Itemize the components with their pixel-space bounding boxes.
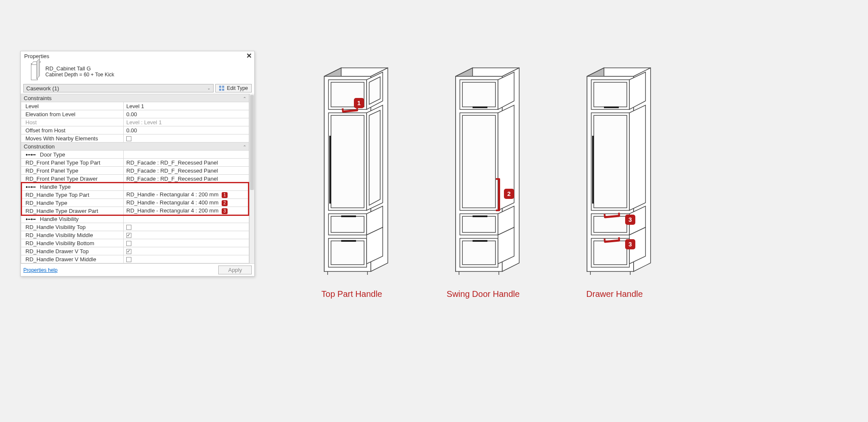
- table-row: RD_Handle Visibility Top: [21, 223, 249, 231]
- table-row: LevelLevel 1: [21, 102, 249, 110]
- cabinet-diagram-2: 2 Swing Door Handle: [420, 64, 547, 299]
- prop-value[interactable]: RD_Facade : RD_F_Recessed Panel: [124, 167, 249, 175]
- table-row: RD_Handle Drawer V Top: [21, 247, 249, 255]
- cabinet-diagram-1: 1 Top Part Handle: [288, 64, 415, 299]
- num-badge: 1: [222, 192, 228, 198]
- prop-value[interactable]: [124, 239, 249, 247]
- table-row: Elevation from Level0.00: [21, 110, 249, 118]
- table-row: RD_Front Panel Type Top PartRD_Facade : …: [21, 159, 249, 167]
- checkbox[interactable]: [126, 136, 131, 141]
- prop-value[interactable]: [124, 247, 249, 255]
- prop-value[interactable]: [124, 255, 249, 263]
- prop-value[interactable]: Level 1: [124, 102, 249, 110]
- callout-badge-3b: 3: [625, 239, 635, 249]
- prop-label: Host: [21, 118, 124, 126]
- prop-label: Offset from Host: [21, 126, 124, 134]
- handle-highlight-door: [498, 178, 500, 211]
- svg-rect-32: [462, 115, 495, 208]
- scrollbar[interactable]: [249, 94, 254, 263]
- table-row: Moves With Nearby Elements: [21, 134, 249, 143]
- close-icon[interactable]: ✕: [246, 53, 252, 59]
- checkbox[interactable]: [126, 249, 131, 254]
- table-row: RD_Handle Visibility Bottom: [21, 239, 249, 247]
- prop-value[interactable]: Level : Level 1: [124, 118, 249, 126]
- table-row: RD_Handle Type Drawer PartRD_Handle - Re…: [21, 207, 249, 215]
- prop-label: Moves With Nearby Elements: [21, 134, 124, 143]
- instance-selector[interactable]: Casework (1) ⌄: [23, 84, 214, 92]
- table-row: RD_Front Panel Type DrawerRD_Facade : RD…: [21, 175, 249, 183]
- svg-marker-11: [369, 110, 380, 205]
- cabinet-label-2: Swing Door Handle: [420, 289, 547, 299]
- scrollbar-thumb[interactable]: [250, 95, 254, 190]
- table-row: Offset from Host0.00: [21, 126, 249, 134]
- prop-value[interactable]: 0.00: [124, 126, 249, 134]
- prop-label: RD_Handle Type: [21, 199, 124, 207]
- prop-value[interactable]: 0.00: [124, 110, 249, 118]
- svg-rect-60: [594, 241, 627, 265]
- prop-value[interactable]: RD_Handle - Rectangular 4 : 200 mm 3: [124, 207, 249, 215]
- prop-label: RD_Front Panel Type Top Part: [21, 159, 124, 167]
- prop-label: Elevation from Level: [21, 110, 124, 118]
- table-row: HostLevel : Level 1: [21, 118, 249, 126]
- prop-label: RD_Handle Visibility Bottom: [21, 239, 124, 247]
- family-type-header[interactable]: RD_Cabinet Tall G Cabinet Depth = 60 + T…: [21, 61, 254, 83]
- callout-badge-2: 2: [504, 189, 514, 199]
- subheader: Door Type: [21, 151, 124, 159]
- checkbox[interactable]: [126, 233, 131, 238]
- prop-value[interactable]: [124, 134, 249, 143]
- panel-footer: Properties help Apply: [21, 263, 254, 276]
- checkbox[interactable]: [126, 257, 131, 262]
- prop-label: RD_Handle Type Drawer Part: [21, 207, 124, 215]
- prop-value[interactable]: RD_Handle - Rectangular 4 : 400 mm 2: [124, 199, 249, 207]
- svg-rect-53: [594, 115, 627, 208]
- prop-value[interactable]: RD_Facade : RD_F_Recessed Panel: [124, 175, 249, 183]
- prop-value[interactable]: [124, 223, 249, 231]
- subheader: Handle Visibility: [21, 215, 124, 223]
- svg-rect-14: [331, 216, 364, 232]
- prop-label: RD_Handle Visibility Middle: [21, 231, 124, 239]
- svg-rect-18: [331, 241, 364, 265]
- prop-label: Level: [21, 102, 124, 110]
- prop-value[interactable]: [124, 231, 249, 239]
- svg-rect-49: [594, 82, 627, 107]
- properties-panel: Properties ✕ RD_Cabinet Tall G Cabinet D…: [20, 51, 255, 277]
- edit-type-label: Edit Type: [227, 85, 248, 91]
- panel-title: Properties: [24, 53, 49, 59]
- section-header[interactable]: Constraints: [21, 94, 124, 102]
- table-row: RD_Handle TypeRD_Handle - Rectangular 4 …: [21, 199, 249, 207]
- properties-help-link[interactable]: Properties help: [23, 267, 58, 273]
- section-header[interactable]: Construction: [21, 143, 124, 151]
- family-type-sub: Cabinet Depth = 60 + Toe Kick: [45, 72, 114, 78]
- prop-label: RD_Handle Type Top Part: [21, 191, 124, 199]
- prop-label: RD_Front Panel Type: [21, 167, 124, 175]
- prop-label: RD_Handle Drawer V Top: [21, 247, 124, 255]
- panel-titlebar: Properties ✕: [21, 51, 254, 61]
- checkbox[interactable]: [126, 241, 131, 246]
- table-row: RD_Handle Visibility Middle: [21, 231, 249, 239]
- svg-marker-54: [629, 105, 645, 210]
- type-swatch-icon: [28, 62, 40, 80]
- cabinet-svg: [570, 64, 659, 276]
- cabinet-svg: [439, 64, 528, 276]
- chevron-down-icon: ⌄: [207, 86, 211, 90]
- table-row: RD_Handle Type Top PartRD_Handle - Recta…: [21, 191, 249, 199]
- svg-rect-9: [331, 115, 364, 208]
- svg-rect-35: [462, 216, 495, 232]
- svg-rect-57: [594, 216, 627, 232]
- apply-button[interactable]: Apply: [218, 265, 252, 274]
- table-row: RD_Handle Drawer V Middle: [21, 255, 249, 263]
- properties-table: Constraints⌃LevelLevel 1Elevation from L…: [21, 94, 249, 263]
- subheader: Handle Type: [21, 183, 124, 191]
- svg-rect-28: [462, 82, 495, 107]
- prop-label: RD_Handle Drawer V Middle: [21, 255, 124, 263]
- table-row: RD_Front Panel TypeRD_Facade : RD_F_Rece…: [21, 167, 249, 175]
- properties-body: Constraints⌃LevelLevel 1Elevation from L…: [21, 94, 254, 263]
- num-badge: 3: [222, 208, 228, 214]
- prop-value[interactable]: RD_Facade : RD_F_Recessed Panel: [124, 159, 249, 167]
- prop-value[interactable]: RD_Handle - Rectangular 4 : 200 mm 1: [124, 191, 249, 199]
- svg-rect-39: [462, 241, 495, 265]
- checkbox[interactable]: [126, 225, 131, 230]
- family-type-name: RD_Cabinet Tall G: [45, 65, 114, 72]
- cabinet-label-3: Drawer Handle: [551, 289, 678, 299]
- edit-type-button[interactable]: Edit Type: [215, 84, 252, 92]
